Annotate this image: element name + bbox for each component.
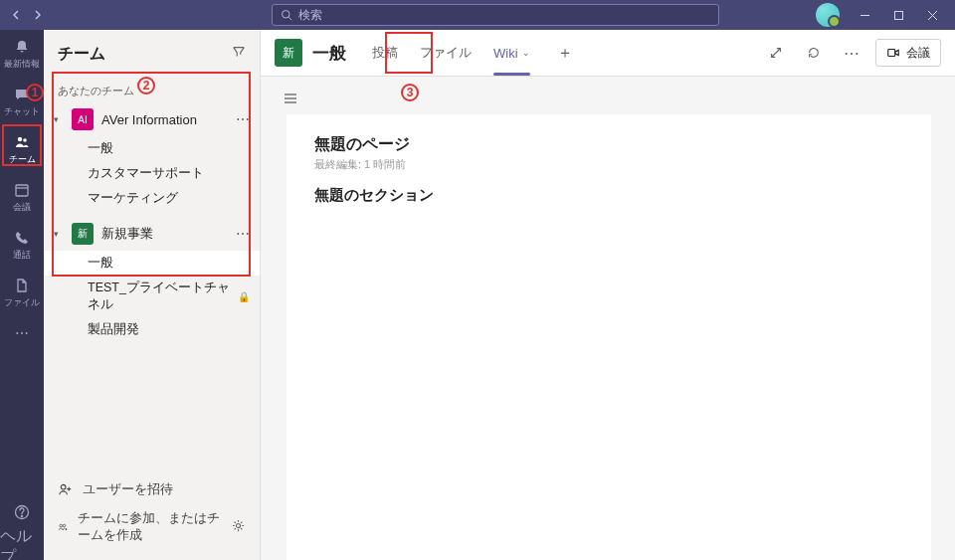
tab-posts[interactable]: 投稿 — [362, 30, 408, 76]
chevron-down-icon: ▾ — [54, 229, 64, 239]
window-maximize[interactable] — [881, 0, 915, 30]
svg-point-12 — [61, 484, 66, 489]
search-input[interactable]: 検索 — [272, 4, 719, 26]
filter-icon[interactable] — [232, 45, 246, 63]
hamburger-icon — [283, 91, 298, 106]
more-icon[interactable]: ⋯ — [838, 39, 865, 67]
meet-button[interactable]: 会議 — [875, 39, 941, 67]
rail-calendar[interactable]: 会議 — [0, 173, 44, 221]
wiki-page[interactable]: 無題のページ 最終編集: 1 時間前 無題のセクション — [286, 114, 931, 560]
svg-point-14 — [63, 524, 66, 527]
rail-label: チャット — [4, 105, 40, 118]
team-more-icon[interactable]: ⋯ — [236, 226, 250, 242]
titlebar: 検索 — [0, 0, 955, 30]
chevron-down-icon: ▾ — [54, 114, 64, 124]
channel-row[interactable]: 一般 — [44, 136, 260, 161]
annotation-circle-1: 1 — [26, 84, 44, 101]
channel-row[interactable]: カスタマーサポート — [44, 161, 260, 186]
calendar-icon — [13, 181, 31, 199]
expand-icon[interactable] — [762, 39, 790, 67]
team-more-icon[interactable]: ⋯ — [236, 111, 250, 127]
help-icon — [14, 504, 30, 524]
svg-point-15 — [236, 523, 240, 527]
rail-more[interactable]: ⋯ — [0, 316, 44, 350]
svg-point-11 — [21, 515, 22, 516]
svg-rect-3 — [894, 11, 902, 19]
add-tab-button[interactable]: ＋ — [550, 43, 580, 64]
join-create-team-button[interactable]: チームに参加、またはチームを作成 — [44, 504, 260, 550]
video-icon — [886, 46, 900, 60]
svg-rect-8 — [16, 185, 28, 196]
nav-forward[interactable] — [28, 5, 48, 25]
svg-point-13 — [60, 524, 63, 527]
people-plus-icon — [58, 520, 68, 535]
nav-back[interactable] — [6, 5, 26, 25]
people-icon — [13, 133, 31, 151]
main-content: 新 一般 投稿 ファイル Wiki ⌄ ＋ ⋯ 会議 — [261, 30, 955, 560]
channel-row[interactable]: 一般 — [44, 251, 260, 276]
svg-rect-16 — [888, 50, 895, 57]
team-row[interactable]: ▾ AI AVer Information ⋯ — [44, 102, 260, 136]
user-avatar[interactable] — [816, 3, 840, 27]
lock-icon: 🔒 — [238, 291, 250, 302]
channel-row[interactable]: マーケティング — [44, 186, 260, 211]
svg-line-1 — [288, 17, 291, 20]
channel-row[interactable]: 製品開発 — [44, 317, 260, 342]
invite-users-button[interactable]: ユーザーを招待 — [44, 475, 260, 504]
svg-point-7 — [23, 138, 27, 142]
window-close[interactable] — [915, 0, 949, 30]
gear-icon[interactable] — [231, 518, 246, 536]
rail-files[interactable]: ファイル — [0, 269, 44, 316]
rail-label: ファイル — [4, 296, 40, 309]
rail-calls[interactable]: 通話 — [0, 221, 44, 269]
teams-pane: チーム あなたのチーム ▾ AI AVer Information ⋯ 一般 カ… — [44, 30, 261, 560]
wiki-hamburger[interactable] — [269, 91, 941, 110]
rail-label: 会議 — [13, 201, 31, 214]
tab-wiki[interactable]: Wiki ⌄ — [483, 30, 540, 76]
chevron-down-icon: ⌄ — [522, 48, 530, 58]
refresh-icon[interactable] — [800, 39, 828, 67]
phone-icon — [13, 229, 31, 247]
team-tile: 新 — [72, 223, 94, 245]
channel-header: 新 一般 投稿 ファイル Wiki ⌄ ＋ ⋯ 会議 — [261, 30, 955, 77]
bell-icon — [13, 38, 31, 56]
svg-point-0 — [283, 11, 290, 19]
more-icon: ⋯ — [13, 324, 31, 342]
wiki-section-title[interactable]: 無題のセクション — [314, 186, 903, 205]
svg-point-6 — [18, 136, 22, 140]
rail-label: 通話 — [13, 249, 31, 262]
add-user-icon — [58, 482, 73, 497]
channel-tile: 新 — [275, 39, 302, 67]
teams-pane-title: チーム — [58, 44, 105, 65]
annotation-circle-3: 3 — [401, 84, 419, 101]
rail-teams[interactable]: チーム — [0, 125, 44, 173]
rail-label: 最新情報 — [4, 58, 40, 71]
window-minimize[interactable] — [848, 0, 881, 30]
channel-row[interactable]: TEST_プライベートチャネル 🔒 — [44, 276, 260, 317]
team-name: AVer Information — [101, 112, 228, 127]
channel-name: 一般 — [312, 42, 346, 65]
wiki-page-title[interactable]: 無題のページ — [314, 134, 903, 155]
rail-activity[interactable]: 最新情報 — [0, 30, 44, 78]
rail-help[interactable]: ヘルプ — [0, 512, 44, 560]
team-tile: AI — [72, 108, 94, 130]
tab-files[interactable]: ファイル — [410, 30, 481, 76]
app-rail: 最新情報 チャット チーム 会議 通話 ファイル ⋯ ヘルプ — [0, 30, 44, 560]
rail-label: ヘルプ — [0, 526, 44, 560]
annotation-circle-2: 2 — [137, 77, 155, 94]
search-placeholder: 検索 — [298, 7, 322, 24]
team-name: 新規事業 — [101, 225, 228, 243]
search-icon — [281, 9, 292, 21]
file-icon — [13, 277, 31, 294]
wiki-last-edited: 最終編集: 1 時間前 — [314, 157, 903, 172]
team-row[interactable]: ▾ 新 新規事業 ⋯ — [44, 217, 260, 251]
rail-label: チーム — [9, 153, 36, 166]
